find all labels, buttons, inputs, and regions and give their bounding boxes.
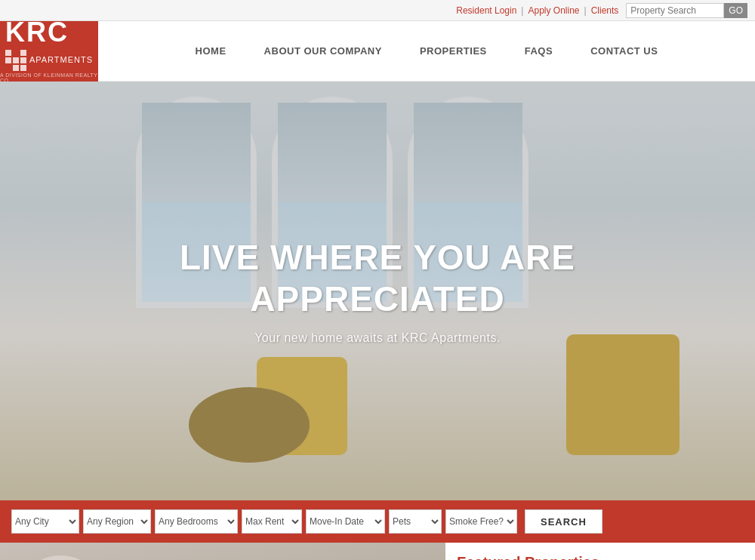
clients-link[interactable]: Clients bbox=[591, 5, 619, 16]
smoke-free-select[interactable]: Smoke Free? bbox=[445, 509, 517, 534]
apply-online-link[interactable]: Apply Online bbox=[528, 5, 579, 16]
logo-apartments: Apartments bbox=[29, 55, 93, 64]
search-bar: Any City Any Region Any Bedrooms Max Ren… bbox=[0, 500, 755, 543]
logo-area: KRC Apartments bbox=[0, 21, 98, 82]
nav-home[interactable]: HOME bbox=[177, 45, 245, 57]
logo-krc: KRC bbox=[5, 19, 93, 46]
move-in-date-select[interactable]: Move-In Date bbox=[306, 509, 385, 534]
region-select[interactable]: Any Region bbox=[83, 509, 151, 534]
max-rent-select[interactable]: Max Rent bbox=[242, 509, 302, 534]
bottom-preview: Featured Properties bbox=[0, 543, 755, 560]
main-nav: HOME ABOUT OUR COMPANY PROPERTIES FAQS C… bbox=[98, 45, 755, 57]
nav-about[interactable]: ABOUT OUR COMPANY bbox=[245, 45, 401, 57]
featured-properties-title: Featured Properties bbox=[457, 554, 744, 560]
top-bar: Resident Login | Apply Online | Clients … bbox=[0, 0, 755, 21]
nav-faqs[interactable]: FAQS bbox=[506, 45, 572, 57]
property-search-form: GO bbox=[626, 3, 747, 18]
property-search-input[interactable] bbox=[626, 3, 724, 18]
header: KRC Apartments bbox=[0, 21, 755, 82]
bottom-panel-right: Featured Properties bbox=[445, 543, 755, 560]
hero-title-line2: APPRECIATED bbox=[250, 279, 504, 318]
separator-2: | bbox=[584, 5, 587, 16]
hero-title-line1: LIVE WHERE YOU ARE bbox=[180, 238, 575, 277]
city-select[interactable]: Any City bbox=[11, 509, 79, 534]
nav-contact[interactable]: CONTACT US bbox=[572, 45, 676, 57]
nav-properties[interactable]: PROPERTIES bbox=[401, 45, 506, 57]
hero-subtitle: Your new home awaits at KRC Apartments. bbox=[180, 331, 575, 345]
logo-grid-icon bbox=[5, 50, 26, 71]
bedrooms-select[interactable]: Any Bedrooms bbox=[155, 509, 238, 534]
pets-select[interactable]: Pets bbox=[389, 509, 442, 534]
hero-section: LIVE WHERE YOU ARE APPRECIATED Your new … bbox=[0, 82, 755, 500]
hero-title: LIVE WHERE YOU ARE APPRECIATED bbox=[180, 237, 575, 320]
search-button[interactable]: SEARCH bbox=[525, 509, 602, 534]
resident-login-link[interactable]: Resident Login bbox=[456, 5, 516, 16]
separator-1: | bbox=[521, 5, 523, 16]
arch-decoration bbox=[15, 555, 106, 560]
property-search-go-button[interactable]: GO bbox=[724, 3, 747, 18]
hero-content: LIVE WHERE YOU ARE APPRECIATED Your new … bbox=[180, 237, 575, 345]
bottom-image-left bbox=[0, 543, 445, 560]
